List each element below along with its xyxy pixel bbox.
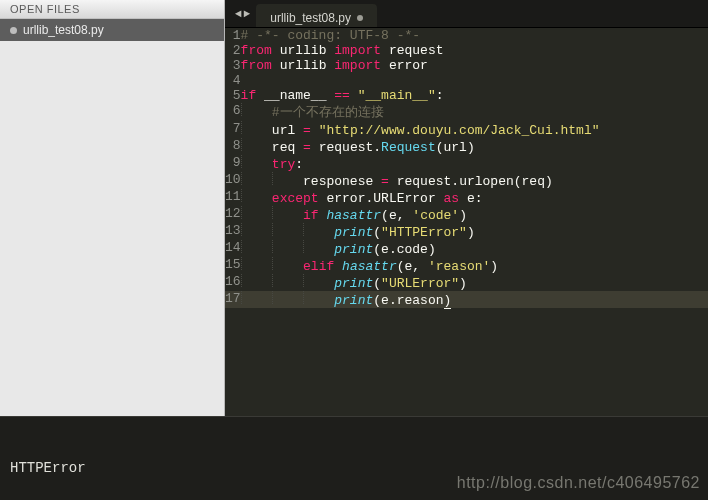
code-line[interactable]: 5if __name__ == "__main__": xyxy=(225,88,708,103)
code-line[interactable]: 6 #一个不存在的连接 xyxy=(225,103,708,121)
code-content[interactable]: # -*- coding: UTF-8 -*- xyxy=(241,28,708,43)
open-files-header: OPEN FILES xyxy=(0,0,224,19)
line-number: 10 xyxy=(225,172,241,189)
code-line[interactable]: 12 if hasattr(e, 'code') xyxy=(225,206,708,223)
code-content[interactable]: url = "http://www.douyu.com/Jack_Cui.htm… xyxy=(241,121,708,138)
code-content[interactable] xyxy=(241,73,708,88)
sidebar: OPEN FILES urllib_test08.py xyxy=(0,0,225,416)
code-line[interactable]: 11 except error.URLError as e: xyxy=(225,189,708,206)
code-content[interactable]: #一个不存在的连接 xyxy=(241,103,708,121)
line-number: 11 xyxy=(225,189,241,206)
build-output-panel[interactable]: HTTPError 404 [Finished in 0.6s] http://… xyxy=(0,416,708,500)
editor-area: ◄ ► urllib_test08.py 1# -*- coding: UTF-… xyxy=(225,0,708,416)
code-line[interactable]: 8 req = request.Request(url) xyxy=(225,138,708,155)
code-content[interactable]: from urllib import error xyxy=(241,58,708,73)
line-number: 7 xyxy=(225,121,241,138)
code-line[interactable]: 14 print(e.code) xyxy=(225,240,708,257)
code-line[interactable]: 16 print("URLError") xyxy=(225,274,708,291)
code-line[interactable]: 9 try: xyxy=(225,155,708,172)
open-file-label: urllib_test08.py xyxy=(23,23,104,37)
code-line[interactable]: 1# -*- coding: UTF-8 -*- xyxy=(225,28,708,43)
line-number: 3 xyxy=(225,58,241,73)
line-number: 1 xyxy=(225,28,241,43)
dirty-indicator-icon xyxy=(10,27,17,34)
tab-label: urllib_test08.py xyxy=(270,11,351,25)
code-content[interactable]: print("HTTPError") xyxy=(241,223,708,240)
code-line[interactable]: 7 url = "http://www.douyu.com/Jack_Cui.h… xyxy=(225,121,708,138)
tab-active[interactable]: urllib_test08.py xyxy=(256,4,377,27)
code-content[interactable]: if hasattr(e, 'code') xyxy=(241,206,708,223)
code-line[interactable]: 17 print(e.reason) xyxy=(225,291,708,308)
tab-nav-prev-icon[interactable]: ◄ xyxy=(235,8,242,20)
line-number: 16 xyxy=(225,274,241,291)
code-line[interactable]: 15 elif hasattr(e, 'reason') xyxy=(225,257,708,274)
code-line[interactable]: 2from urllib import request xyxy=(225,43,708,58)
code-content[interactable]: print(e.reason) xyxy=(241,291,708,308)
code-content[interactable]: req = request.Request(url) xyxy=(241,138,708,155)
line-number: 2 xyxy=(225,43,241,58)
line-number: 13 xyxy=(225,223,241,240)
line-number: 8 xyxy=(225,138,241,155)
line-number: 5 xyxy=(225,88,241,103)
code-content[interactable]: if __name__ == "__main__": xyxy=(241,88,708,103)
code-editor[interactable]: 1# -*- coding: UTF-8 -*-2from urllib imp… xyxy=(225,28,708,416)
code-line[interactable]: 13 print("HTTPError") xyxy=(225,223,708,240)
line-number: 9 xyxy=(225,155,241,172)
line-number: 17 xyxy=(225,291,241,308)
code-line[interactable]: 3from urllib import error xyxy=(225,58,708,73)
code-content[interactable]: responese = request.urlopen(req) xyxy=(241,172,708,189)
code-content[interactable]: elif hasattr(e, 'reason') xyxy=(241,257,708,274)
watermark-text: http://blog.csdn.net/c406495762 xyxy=(457,472,700,494)
line-number: 15 xyxy=(225,257,241,274)
line-number: 12 xyxy=(225,206,241,223)
code-content[interactable]: from urllib import request xyxy=(241,43,708,58)
code-content[interactable]: print(e.code) xyxy=(241,240,708,257)
code-content[interactable]: try: xyxy=(241,155,708,172)
code-content[interactable]: except error.URLError as e: xyxy=(241,189,708,206)
open-file-item[interactable]: urllib_test08.py xyxy=(0,19,224,41)
line-number: 4 xyxy=(225,73,241,88)
code-line[interactable]: 4 xyxy=(225,73,708,88)
line-number: 6 xyxy=(225,103,241,121)
tab-dirty-icon xyxy=(357,15,363,21)
tab-bar: ◄ ► urllib_test08.py xyxy=(225,0,708,28)
line-number: 14 xyxy=(225,240,241,257)
code-content[interactable]: print("URLError") xyxy=(241,274,708,291)
tab-nav-next-icon[interactable]: ► xyxy=(244,8,251,20)
code-line[interactable]: 10 responese = request.urlopen(req) xyxy=(225,172,708,189)
